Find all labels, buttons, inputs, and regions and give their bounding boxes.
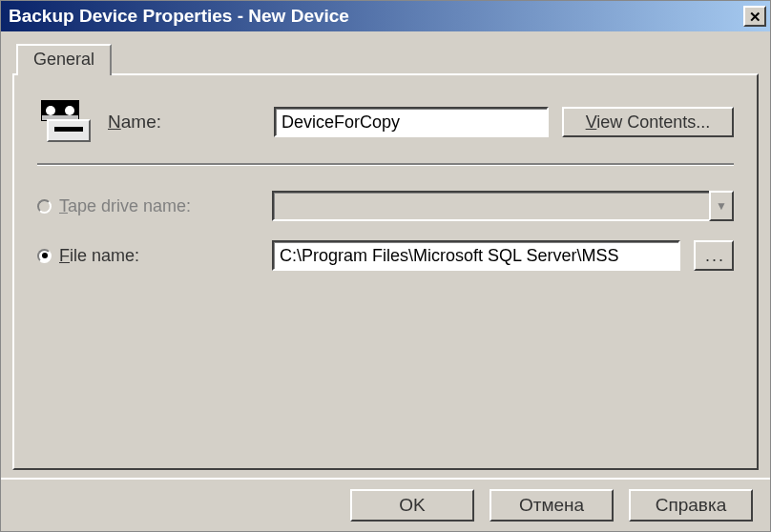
file-name-label: File name: xyxy=(59,246,139,266)
backup-device-icon xyxy=(41,100,91,144)
window-title: Backup Device Properties - New Device xyxy=(9,6,349,27)
file-name-row: File name: ... xyxy=(37,240,734,271)
close-icon: ✕ xyxy=(749,10,761,24)
titlebar: Backup Device Properties - New Device ✕ xyxy=(1,1,770,31)
tab-panel-general: Name: View Contents... Tape drive name: xyxy=(12,73,759,470)
view-contents-button[interactable]: View Contents... xyxy=(562,107,734,137)
dialog-window: Backup Device Properties - New Device ✕ … xyxy=(0,0,771,532)
name-row: Name: View Contents... xyxy=(37,100,734,144)
name-input[interactable] xyxy=(274,107,549,137)
cancel-button[interactable]: Отмена xyxy=(490,489,614,522)
tape-drive-row: Tape drive name: ▼ xyxy=(37,191,734,221)
file-name-input[interactable] xyxy=(272,240,680,271)
tab-general[interactable]: General xyxy=(16,44,112,75)
name-label: Name: xyxy=(108,112,260,133)
divider xyxy=(37,163,734,166)
button-bar: OK Отмена Справка xyxy=(1,478,770,531)
close-button[interactable]: ✕ xyxy=(743,6,766,27)
tabstrip: General xyxy=(16,45,759,73)
browse-button[interactable]: ... xyxy=(694,240,734,271)
content-area: General Name: View Contents... xyxy=(1,31,770,478)
ok-button[interactable]: OK xyxy=(350,489,474,522)
chevron-down-icon: ▼ xyxy=(709,191,734,221)
help-button[interactable]: Справка xyxy=(629,489,753,522)
tape-drive-radio xyxy=(37,199,52,214)
tape-drive-field xyxy=(272,191,709,221)
tape-drive-combo: ▼ xyxy=(272,191,734,221)
file-name-radio[interactable] xyxy=(37,249,52,263)
tape-drive-label: Tape drive name: xyxy=(59,196,191,216)
